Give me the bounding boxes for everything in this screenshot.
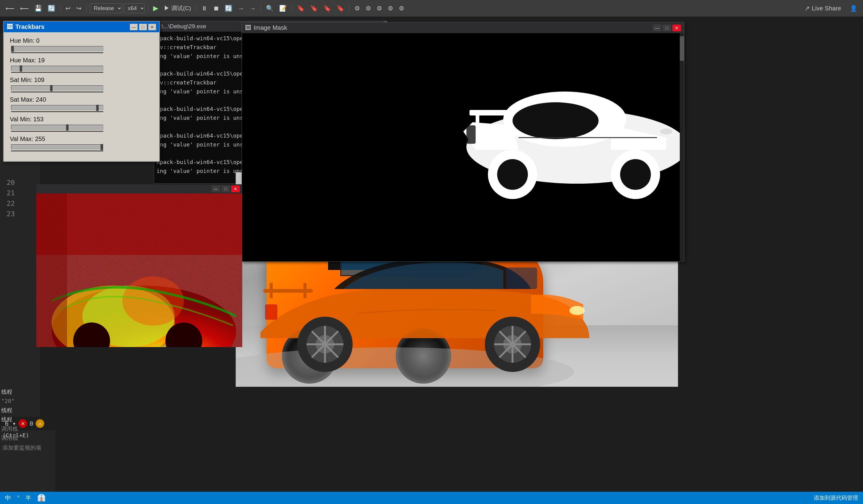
toolbar-icon-17[interactable]: ⚙ [364, 4, 373, 13]
image-mask-window: 🖼 Image Mask — □ ✕ [242, 22, 684, 262]
mask-maximize-btn[interactable]: □ [663, 25, 671, 31]
run-btn[interactable]: ▶ [151, 4, 160, 13]
hsv-maximize-btn[interactable]: □ [221, 185, 230, 192]
toolbar-icon-21[interactable]: 👤 [848, 4, 859, 13]
svg-point-12 [497, 159, 528, 190]
svg-point-47 [570, 306, 585, 315]
trackbar-val-max: Val Max: 255 [10, 135, 153, 153]
mask-window-controls: — □ ✕ [653, 25, 681, 31]
hue-max-slider-container[interactable] [10, 65, 153, 74]
val-min-label: Val Min: 153 [10, 116, 65, 123]
toolbar-icon-16[interactable]: ⚙ [353, 4, 362, 13]
toolbar-left: ⟵ ⟵ 💾 🔄 ↩ ↪ Release x64 ▶ ▶ 调试(C) ⏸ ⏹ 🔄 … [4, 3, 801, 13]
toolbar-icon-20[interactable]: ⚙ [397, 4, 406, 13]
mask-scrollbar-thumb [680, 36, 684, 61]
vs-toolbar: ⟵ ⟵ 💾 🔄 ↩ ↪ Release x64 ▶ ▶ 调试(C) ⏸ ⏹ 🔄 … [0, 0, 863, 16]
watch-add-label[interactable]: 添加要监视的项 [2, 443, 53, 453]
sat-min-slider-container[interactable] [10, 85, 153, 94]
hsv-close-btn[interactable]: ✕ [231, 185, 240, 192]
toolbar-icon-12[interactable]: 🔖 [295, 4, 307, 13]
trackbars-minimize-btn[interactable]: — [130, 24, 138, 30]
status-half: 半 [26, 494, 31, 502]
toolbar-sep-7 [349, 4, 350, 13]
toolbar-sep-1 [60, 4, 61, 13]
mask-close-btn[interactable]: ✕ [672, 25, 681, 31]
status-bar: 中 ° 半 👔 添加到源代码管理 [0, 492, 863, 504]
toolbar-icon-10[interactable]: 🔍 [264, 4, 275, 13]
hue-max-label: Hue Max: 19 [10, 57, 65, 64]
live-share-button[interactable]: ↗ Live Share [801, 3, 844, 13]
svg-point-10 [620, 159, 651, 190]
toolbar-icon-4[interactable]: 🔄 [46, 4, 57, 13]
trackbars-title-label: Trackbars [15, 23, 45, 30]
thread-lines: 线程 "20" 线程 线程 调用栈 调用栈 [1, 387, 41, 442]
status-shirt-icon: 👔 [37, 494, 46, 502]
arch-dropdown[interactable]: x64 [124, 3, 145, 13]
toolbar-icon-2[interactable]: ⟵ [18, 4, 31, 13]
callstack-label: 调用栈 [1, 424, 41, 434]
thread-line-2: "20" [1, 397, 41, 406]
svg-rect-26 [36, 194, 67, 347]
toolbar-icon-18[interactable]: ⚙ [375, 4, 384, 13]
toolbar-icon-7[interactable]: 🔄 [223, 4, 234, 13]
trackbars-title-area: 🖼 Trackbars [7, 23, 45, 30]
hsv-car-image [36, 194, 242, 347]
toolbar-sep-5 [261, 4, 261, 13]
toolbar-icon-9[interactable]: → [248, 4, 258, 13]
status-encoding: 中 [5, 494, 11, 502]
toolbar-sep-4 [196, 4, 197, 13]
mask-scrollbar[interactable] [680, 33, 684, 261]
mask-content [242, 33, 684, 261]
hsv-content [36, 194, 242, 347]
toolbar-right: ↗ Live Share 👤 [801, 3, 859, 13]
trackbar-hue-max: Hue Max: 19 [10, 57, 153, 74]
car-wheel-back [282, 328, 337, 384]
toolbar-icon-13[interactable]: 🔖 [308, 4, 320, 13]
line-numbers: 20 21 22 23 [0, 175, 18, 219]
redo-btn[interactable]: ↪ [74, 4, 83, 13]
toolbar-icon-3[interactable]: 💾 [33, 4, 44, 13]
mask-window-icon: 🖼 [245, 24, 251, 31]
val-max-label: Val Max: 255 [10, 135, 65, 142]
toolbar-icon-5[interactable]: ⏸ [200, 4, 209, 13]
svg-rect-15 [466, 125, 476, 144]
hsv-image-window: — □ ✕ [36, 184, 242, 347]
toolbar-icon-14[interactable]: 🔖 [322, 4, 333, 13]
thread-line-3: 线程 [1, 406, 41, 415]
status-right: 添加到源代码管理 [814, 494, 858, 502]
toolbar-icon-15[interactable]: 🔖 [335, 4, 346, 13]
toolbar-icon-11[interactable]: 📝 [277, 4, 289, 13]
toolbar-icon-8[interactable]: → [236, 4, 246, 13]
toolbar-icon-1[interactable]: ⟵ [4, 4, 16, 13]
trackbars-window: 🖼 Trackbars — □ ✕ Hue Min: 0 Hue Max: 19 [3, 21, 160, 162]
mask-minimize-btn[interactable]: — [653, 25, 661, 31]
toolbar-icon-19[interactable]: ⚙ [386, 4, 395, 13]
config-dropdown[interactable]: Release [90, 3, 122, 13]
svg-point-8 [513, 102, 599, 139]
hsv-titlebar[interactable]: — □ ✕ [36, 184, 242, 194]
trackbars-window-icon: 🖼 [7, 23, 13, 30]
val-min-slider-container[interactable] [10, 124, 153, 133]
toolbar-icon-6[interactable]: ⏹ [211, 4, 221, 13]
debug-label[interactable]: ▶ 调试(C) [162, 4, 193, 13]
toolbar-sep-2 [86, 4, 87, 13]
mask-window-titlebar[interactable]: 🖼 Image Mask — □ ✕ [242, 23, 684, 33]
sat-max-label: Sat Max: 240 [10, 96, 65, 103]
undo-btn[interactable]: ↩ [64, 4, 73, 13]
thread-line-1: 线程 [1, 387, 41, 397]
hue-min-label: Hue Min: 0 [10, 37, 65, 44]
line-num-21: 21 [0, 188, 18, 198]
sat-max-slider-container[interactable] [10, 104, 153, 113]
opencv-console-title: c:\...\Debug\29.exe [157, 23, 206, 30]
val-max-slider-container[interactable] [10, 144, 153, 153]
hue-min-slider-container[interactable] [10, 46, 153, 54]
status-degree: ° [17, 495, 20, 501]
hsv-minimize-btn[interactable]: — [212, 185, 220, 192]
trackbars-close-btn[interactable]: ✕ [148, 24, 156, 30]
trackbars-maximize-btn[interactable]: □ [139, 24, 147, 30]
status-add-source[interactable]: 添加到源代码管理 [814, 494, 858, 502]
svg-rect-25 [36, 194, 242, 255]
adjust-label: 调用栈 [1, 434, 41, 442]
toolbar-sep-3 [148, 4, 148, 13]
trackbars-titlebar[interactable]: 🖼 Trackbars — □ ✕ [4, 22, 159, 32]
